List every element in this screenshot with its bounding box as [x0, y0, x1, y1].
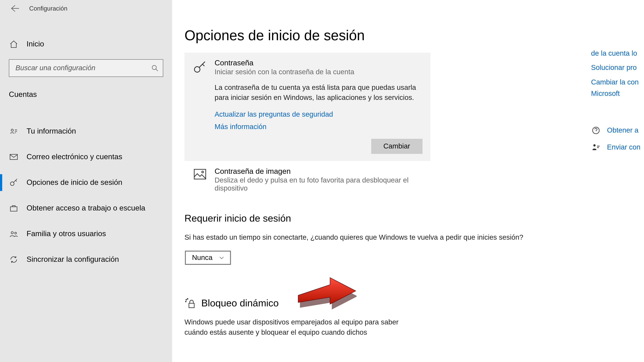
- key-icon: [9, 178, 18, 187]
- briefcase-icon: [9, 204, 18, 213]
- require-signin-description: Si has estado un tiempo sin conectarte, …: [184, 232, 569, 243]
- help-link[interactable]: Microsoft: [591, 89, 644, 99]
- svg-rect-8: [194, 169, 206, 179]
- people-icon: [9, 229, 18, 238]
- password-subtitle: Iniciar sesión con la contraseña de la c…: [214, 68, 422, 76]
- home-label: Inicio: [26, 40, 44, 49]
- sidebar-item-home[interactable]: Inicio: [0, 32, 172, 57]
- help-link[interactable]: Solucionar pro: [591, 63, 644, 73]
- search-icon: [151, 64, 158, 71]
- chevron-down-icon: [219, 254, 225, 261]
- picture-password-title: Contraseña de imagen: [214, 167, 422, 176]
- password-title: Contraseña: [214, 59, 422, 68]
- update-security-questions-link[interactable]: Actualizar las preguntas de seguridad: [214, 111, 422, 118]
- sidebar: Configuración Inicio Cuentas: [0, 0, 172, 362]
- password-option-card: Contraseña Iniciar sesión con la contras…: [184, 53, 430, 161]
- picture-password-subtitle: Desliza el dedo y pulsa en tu foto favor…: [214, 177, 422, 193]
- svg-point-17: [593, 144, 596, 146]
- search-box[interactable]: [9, 59, 163, 77]
- sidebar-item-label: Tu información: [26, 127, 76, 136]
- sync-icon: [9, 255, 18, 264]
- feedback-icon: [591, 142, 601, 152]
- svg-rect-10: [189, 303, 194, 308]
- sidebar-item-sync-settings[interactable]: Sincronizar la configuración: [0, 247, 172, 272]
- person-card-icon: [9, 127, 18, 136]
- get-help-row[interactable]: Obtener a: [591, 125, 644, 135]
- home-icon: [9, 40, 18, 49]
- svg-point-5: [11, 232, 13, 234]
- require-signin-heading: Requerir inicio de sesión: [184, 213, 632, 224]
- help-link[interactable]: de la cuenta lo: [591, 49, 644, 58]
- related-help-panel: de la cuenta lo Solucionar pro Cambiar l…: [591, 49, 644, 159]
- change-password-button[interactable]: Cambiar: [371, 139, 422, 154]
- help-icon: [591, 125, 601, 135]
- svg-rect-2: [10, 154, 18, 160]
- sidebar-category-heading: Cuentas: [0, 90, 172, 99]
- key-icon: [192, 59, 208, 131]
- sidebar-item-label: Familia y otros usuarios: [26, 229, 106, 238]
- mail-icon: [9, 152, 18, 161]
- svg-point-12: [187, 298, 188, 299]
- app-title: Configuración: [29, 5, 68, 12]
- sidebar-item-signin-options[interactable]: Opciones de inicio de sesión: [0, 170, 172, 195]
- page-title: Opciones de inicio de sesión: [184, 27, 632, 44]
- more-info-link[interactable]: Más información: [214, 123, 422, 131]
- svg-point-13: [186, 301, 186, 302]
- help-row-label: Enviar con: [607, 143, 640, 151]
- svg-point-9: [202, 171, 204, 173]
- require-signin-select[interactable]: Nunca: [185, 251, 231, 265]
- dynamic-lock-description: Windows puede usar dispositivos empareja…: [184, 317, 419, 337]
- sidebar-item-label: Obtener acceso a trabajo o escuela: [26, 204, 145, 213]
- help-link[interactable]: Cambiar la con: [591, 77, 644, 87]
- send-feedback-row[interactable]: Enviar con: [591, 142, 644, 152]
- require-signin-selected: Nunca: [192, 254, 212, 261]
- svg-point-0: [152, 65, 156, 69]
- sidebar-item-label: Opciones de inicio de sesión: [26, 178, 122, 187]
- svg-point-6: [14, 232, 16, 234]
- sidebar-item-family-users[interactable]: Familia y otros usuarios: [0, 221, 172, 247]
- help-row-label: Obtener a: [607, 126, 638, 134]
- password-description: La contraseña de tu cuenta ya está lista…: [214, 82, 422, 103]
- sidebar-item-label: Correo electrónico y cuentas: [26, 152, 122, 161]
- sidebar-item-work-school[interactable]: Obtener acceso a trabajo o escuela: [0, 195, 172, 221]
- svg-rect-4: [10, 207, 17, 211]
- main-content: Opciones de inicio de sesión Contraseña …: [172, 0, 644, 362]
- picture-password-option[interactable]: Contraseña de imagen Desliza el dedo y p…: [184, 161, 430, 192]
- search-input[interactable]: [16, 64, 151, 72]
- sidebar-item-your-info[interactable]: Tu información: [0, 118, 172, 144]
- svg-point-1: [11, 129, 13, 131]
- sidebar-item-email-accounts[interactable]: Correo electrónico y cuentas: [0, 144, 172, 170]
- dynamic-lock-icon: [184, 297, 196, 309]
- picture-icon: [192, 167, 208, 192]
- dynamic-lock-heading: Bloqueo dinámico: [201, 297, 278, 309]
- svg-point-11: [186, 299, 186, 300]
- back-icon[interactable]: [10, 4, 20, 13]
- sidebar-item-label: Sincronizar la configuración: [26, 255, 119, 264]
